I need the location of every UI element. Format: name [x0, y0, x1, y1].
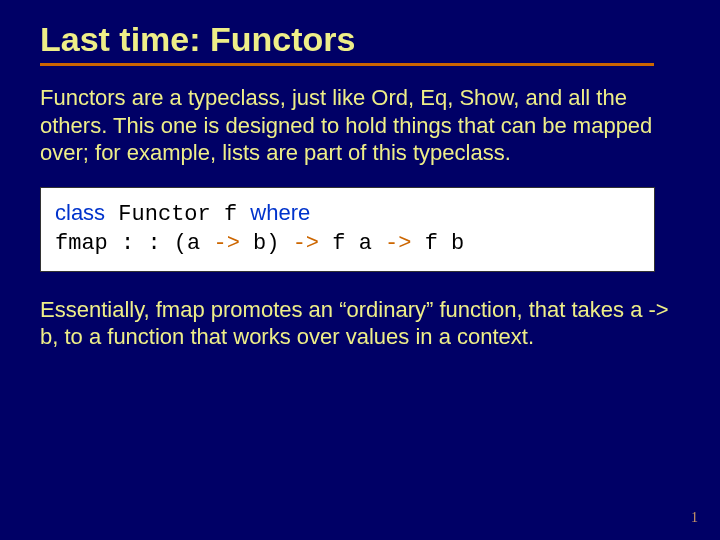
code-text: b)	[240, 231, 293, 256]
code-block: class Functor f where fmap : : (a -> b) …	[40, 187, 655, 272]
arrow-op: ->	[213, 231, 239, 256]
intro-paragraph: Functors are a typeclass, just like Ord,…	[40, 84, 680, 167]
summary-paragraph: Essentially, fmap promotes an “ordinary”…	[40, 296, 680, 351]
code-text: Functor f	[105, 202, 250, 227]
slide: Last time: Functors Functors are a typec…	[0, 0, 720, 540]
arrow-op: ->	[385, 231, 411, 256]
arrow-op: ->	[293, 231, 319, 256]
code-text: f b	[411, 231, 464, 256]
code-text: f a	[319, 231, 385, 256]
keyword-class: class	[55, 200, 105, 225]
keyword-where: where	[250, 200, 310, 225]
code-text: fmap : : (a	[55, 231, 213, 256]
page-number: 1	[691, 510, 698, 526]
slide-title: Last time: Functors	[40, 20, 654, 66]
